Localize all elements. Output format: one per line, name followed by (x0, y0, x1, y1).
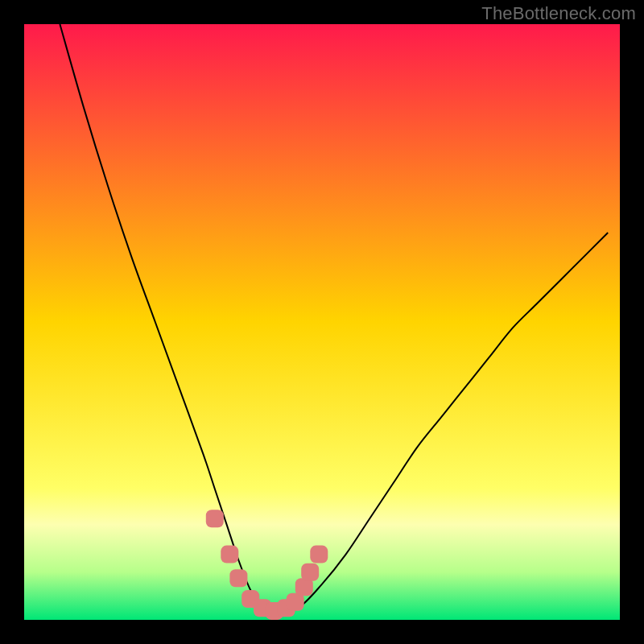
chart-frame: TheBottleneck.com (0, 0, 644, 644)
marker-point (310, 546, 328, 564)
bottleneck-chart (24, 24, 620, 620)
marker-point (221, 546, 238, 564)
plot-area (24, 24, 620, 620)
attribution-label: TheBottleneck.com (481, 3, 636, 24)
marker-point (229, 569, 247, 587)
gradient-background (24, 24, 620, 620)
marker-point (301, 564, 319, 581)
marker-point (206, 510, 224, 527)
